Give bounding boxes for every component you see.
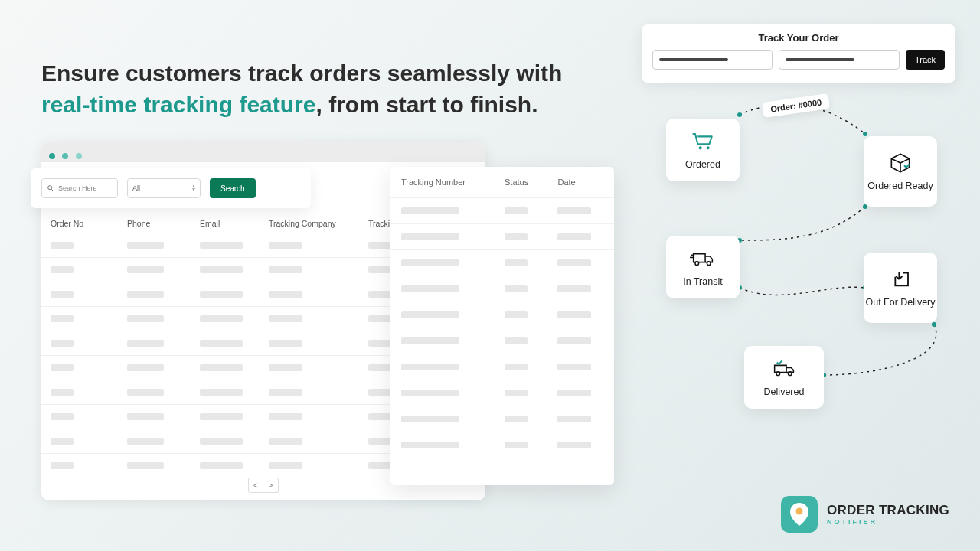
table-row[interactable] bbox=[390, 276, 614, 302]
brand-logo: ORDER TRACKING NOTIFIER bbox=[781, 496, 949, 533]
tracking-detail-card: Tracking Number Status Date bbox=[390, 167, 614, 485]
svg-point-18 bbox=[795, 508, 802, 515]
input-placeholder-line bbox=[786, 58, 854, 61]
table-row[interactable] bbox=[390, 328, 614, 354]
table-row[interactable] bbox=[390, 223, 614, 249]
table-row[interactable] bbox=[390, 432, 614, 458]
flow-connector bbox=[735, 202, 873, 248]
status-card-delivered: Delivered bbox=[744, 346, 824, 409]
svg-point-13 bbox=[707, 262, 710, 266]
brand-sub: NOTIFIER bbox=[827, 518, 949, 526]
col-date: Date bbox=[557, 178, 603, 187]
col-tracking-number: Tracking Number bbox=[401, 178, 505, 187]
status-card-outfor: Out For Delivery bbox=[864, 253, 937, 323]
svg-point-3 bbox=[863, 132, 867, 136]
status-label: Delivered bbox=[764, 386, 805, 397]
orders-toolbar: Search Here All ▴▾ Search bbox=[31, 168, 311, 208]
svg-point-11 bbox=[707, 146, 710, 149]
track-button[interactable]: Track bbox=[906, 50, 945, 70]
dropdown-value: All bbox=[132, 184, 140, 192]
headline-post: , from start to finish. bbox=[315, 92, 537, 117]
flow-connector bbox=[819, 320, 949, 381]
brand-name: ORDER TRACKING bbox=[827, 504, 949, 517]
input-placeholder-line bbox=[659, 58, 728, 61]
track-input-1[interactable] bbox=[652, 50, 773, 70]
brand-icon bbox=[781, 496, 818, 533]
status-label: Ordered bbox=[685, 159, 720, 170]
cart-icon bbox=[690, 130, 716, 153]
svg-point-8 bbox=[932, 322, 936, 327]
pager: < > bbox=[248, 478, 279, 493]
search-icon bbox=[47, 184, 54, 192]
search-input[interactable]: Search Here bbox=[41, 178, 118, 198]
truck-delivered-icon bbox=[771, 357, 797, 380]
chevron-updown-icon: ▴▾ bbox=[192, 184, 195, 192]
col-phone: Phone bbox=[127, 219, 200, 228]
headline-accent: real-time tracking feature bbox=[41, 92, 315, 117]
track-input-2[interactable] bbox=[779, 50, 899, 70]
pager-prev-button[interactable]: < bbox=[248, 478, 263, 493]
table-row[interactable] bbox=[390, 354, 614, 380]
tracking-detail-header: Tracking Number Status Date bbox=[390, 167, 614, 197]
table-row[interactable] bbox=[390, 380, 614, 406]
search-button[interactable]: Search bbox=[210, 178, 256, 198]
col-tracking-company: Tracking Company bbox=[269, 219, 368, 228]
truck-icon bbox=[690, 247, 716, 270]
window-dot-icon bbox=[49, 153, 55, 159]
table-row[interactable] bbox=[390, 197, 614, 223]
table-row[interactable] bbox=[390, 249, 614, 276]
svg-point-12 bbox=[695, 262, 699, 266]
window-titlebar bbox=[41, 142, 485, 162]
box-arrow-icon bbox=[887, 268, 913, 291]
search-placeholder: Search Here bbox=[58, 184, 97, 192]
svg-point-10 bbox=[699, 146, 702, 149]
status-label: In Transit bbox=[683, 276, 722, 287]
svg-point-0 bbox=[48, 186, 52, 190]
col-order-no: Order No bbox=[51, 219, 127, 228]
flow-connector bbox=[735, 283, 873, 306]
col-status: Status bbox=[505, 178, 557, 187]
col-email: Email bbox=[200, 219, 269, 228]
page-headline: Ensure customers track orders seamlessly… bbox=[41, 58, 562, 120]
svg-point-17 bbox=[788, 372, 792, 376]
package-icon bbox=[887, 152, 913, 174]
order-chip: Order: #0000 bbox=[762, 93, 830, 118]
status-card-ordered: Ordered bbox=[666, 119, 740, 181]
headline-pre: Ensure customers track orders seamlessly… bbox=[41, 60, 562, 86]
status-card-transit: In Transit bbox=[666, 236, 740, 298]
table-row[interactable] bbox=[390, 406, 614, 432]
svg-point-16 bbox=[776, 372, 780, 376]
window-dot-icon bbox=[76, 153, 82, 159]
pin-icon bbox=[789, 503, 809, 526]
pager-next-button[interactable]: > bbox=[263, 478, 279, 493]
filter-dropdown[interactable]: All ▴▾ bbox=[127, 178, 201, 198]
svg-line-1 bbox=[51, 189, 53, 191]
svg-point-2 bbox=[737, 112, 742, 117]
status-label: Out For Delivery bbox=[866, 297, 936, 308]
track-order-widget: Track Your Order Track bbox=[642, 24, 956, 83]
table-row[interactable] bbox=[390, 302, 614, 328]
track-widget-title: Track Your Order bbox=[652, 32, 945, 44]
status-label: Ordered Ready bbox=[867, 181, 933, 191]
status-card-ready: Ordered Ready bbox=[864, 136, 937, 207]
window-dot-icon bbox=[62, 153, 68, 159]
